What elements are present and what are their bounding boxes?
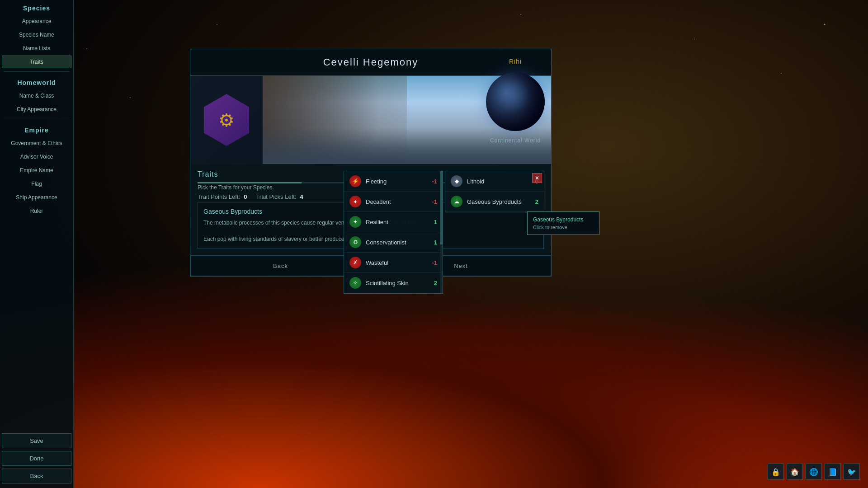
trait-icon-lithoid: ◆	[451, 175, 462, 187]
trait-item-decadent[interactable]: ♦ Decadent -1	[344, 192, 443, 212]
trait-picks-label: Trait Picks Left:	[256, 193, 296, 200]
done-button[interactable]: Done	[2, 451, 71, 466]
trait-icon-wasteful: ✗	[349, 257, 361, 268]
trait-points-value: 0	[244, 193, 247, 200]
trait-points-stat: Trait Points Left: 0	[198, 193, 247, 200]
selected-trait-lithoid[interactable]: ◆ Lithoid 0	[445, 171, 544, 192]
trait-name-gaseous: Gaseous Byproducts	[467, 198, 532, 205]
traits-progress-fill	[198, 182, 302, 183]
trait-cost-wasteful: -1	[432, 259, 437, 266]
book-icon[interactable]: 📘	[825, 464, 841, 480]
trait-item-resilient[interactable]: ✦ Resilient 1	[344, 212, 443, 232]
sidebar-item-flag[interactable]: Flag	[2, 178, 71, 190]
divider-1	[4, 71, 70, 72]
sidebar-item-advisor-voice[interactable]: Advisor Voice	[2, 150, 71, 163]
globe-icon[interactable]: 🌐	[806, 464, 822, 480]
twitter-icon[interactable]: 🐦	[844, 464, 860, 480]
trait-points-label: Trait Points Left:	[198, 193, 240, 200]
home-icon[interactable]: 🏠	[787, 464, 803, 480]
trait-tooltip: Gaseous Byproducts Click to remove	[527, 211, 599, 235]
lock-icon[interactable]: 🔒	[768, 464, 784, 480]
divider-2	[4, 119, 70, 119]
sidebar-item-gov-ethics[interactable]: Government & Ethics	[2, 137, 71, 150]
selected-traits-panel: ✕ ◆ Lithoid 0 ☁ Gaseous Byproducts 2	[445, 171, 544, 212]
trait-icon-resilient: ✦	[349, 216, 361, 228]
sidebar-item-appearance[interactable]: Appearance	[2, 15, 71, 28]
trait-name-resilient: Resilient	[366, 219, 430, 225]
sidebar-bottom: Save Done Back	[0, 429, 73, 488]
trait-icon-fleeting: ⚡	[349, 175, 361, 187]
empire-section-label: Empire	[0, 122, 73, 136]
sidebar-item-name-class[interactable]: Name & Class	[2, 89, 71, 102]
trait-item-wasteful[interactable]: ✗ Wasteful -1	[344, 253, 443, 273]
trait-name-conservationist: Conservationist	[366, 239, 430, 246]
trait-icon-gaseous: ☁	[451, 196, 462, 207]
tooltip-body: Click to remove	[533, 225, 594, 230]
traits-scroll-thumb	[440, 171, 443, 244]
sidebar-item-traits[interactable]: Traits	[2, 56, 71, 68]
sidebar: Species Appearance Species Name Name Lis…	[0, 0, 74, 488]
selected-trait-gaseous[interactable]: ☁ Gaseous Byproducts 2	[445, 192, 544, 212]
trait-item-scintillating[interactable]: ✧ Scintillating Skin 2	[344, 273, 443, 293]
available-traits-panel: ⚡ Fleeting -1 ♦ Decadent -1 ✦ Resilient …	[344, 171, 443, 294]
sidebar-item-city-appearance[interactable]: City Appearance	[2, 103, 71, 116]
sidebar-item-name-lists[interactable]: Name Lists	[2, 42, 71, 55]
trait-cost-gaseous: 2	[535, 198, 538, 205]
trait-cost-fleeting: -1	[432, 178, 437, 185]
trait-icon-conservationist: ♻	[349, 236, 361, 248]
hero-emblem: ⚙	[190, 76, 263, 164]
trait-item-fleeting[interactable]: ⚡ Fleeting -1	[344, 171, 443, 192]
planet-panel: Rihi Continental World	[470, 49, 561, 153]
planet-sphere	[486, 72, 545, 131]
sidebar-item-ship-appearance[interactable]: Ship Appearance	[2, 191, 71, 204]
trait-name-decadent: Decadent	[366, 198, 428, 205]
trait-name-wasteful: Wasteful	[366, 259, 428, 266]
sidebar-item-species-name[interactable]: Species Name	[2, 28, 71, 41]
homeworld-section-label: Homeworld	[0, 75, 73, 89]
bottom-icons: 🔒 🏠 🌐 📘 🐦	[768, 464, 860, 480]
desc-extra: Each pop with living standards of slaver…	[203, 236, 359, 242]
trait-name-lithoid: Lithoid	[467, 178, 532, 185]
sidebar-item-ruler[interactable]: Ruler	[2, 205, 71, 217]
trait-cost-conservationist: 1	[434, 239, 437, 246]
species-section-label: Species	[0, 0, 73, 14]
planet-name: Rihi	[509, 58, 522, 65]
trait-item-conservationist[interactable]: ♻ Conservationist 1	[344, 232, 443, 253]
trait-name-scintillating: Scintillating Skin	[366, 280, 430, 286]
trait-icon-scintillating: ✧	[349, 277, 361, 289]
trait-cost-resilient: 1	[434, 219, 437, 225]
emblem-hexagon[interactable]: ⚙	[204, 94, 249, 146]
save-button[interactable]: Save	[2, 433, 71, 448]
sidebar-item-empire-name[interactable]: Empire Name	[2, 164, 71, 177]
trait-cost-decadent: -1	[432, 198, 437, 205]
tooltip-title: Gaseous Byproducts	[533, 216, 594, 223]
trait-name-fleeting: Fleeting	[366, 178, 428, 185]
lava-background	[0, 262, 868, 488]
back-button[interactable]: Back	[2, 469, 71, 483]
traits-scrollbar[interactable]	[440, 171, 443, 293]
close-panel-button[interactable]: ✕	[532, 173, 542, 183]
trait-cost-scintillating: 2	[434, 280, 437, 286]
trait-picks-value: 4	[300, 193, 303, 200]
planet-type: Continental World	[490, 137, 541, 144]
trait-icon-decadent: ♦	[349, 196, 361, 207]
trait-picks-stat: Trait Picks Left: 4	[256, 193, 303, 200]
